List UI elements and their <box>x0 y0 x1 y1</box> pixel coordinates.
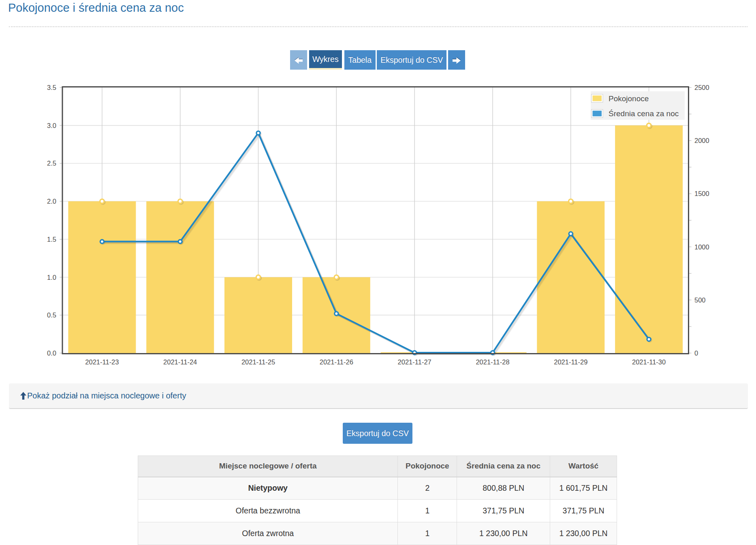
svg-text:0: 0 <box>694 349 698 357</box>
svg-text:500: 500 <box>694 296 706 304</box>
svg-text:1500: 1500 <box>694 190 709 197</box>
svg-text:2021-11-25: 2021-11-25 <box>241 358 275 366</box>
svg-text:Średnia cena za noc: Średnia cena za noc <box>609 109 679 118</box>
svg-text:2021-11-28: 2021-11-28 <box>476 358 509 366</box>
svg-text:1.0: 1.0 <box>47 274 56 281</box>
svg-text:3.0: 3.0 <box>47 122 56 129</box>
svg-text:2.0: 2.0 <box>47 198 56 205</box>
svg-text:1.5: 1.5 <box>47 236 56 243</box>
svg-text:3.5: 3.5 <box>47 84 56 91</box>
svg-text:2000: 2000 <box>694 137 709 144</box>
svg-text:0.0: 0.0 <box>47 349 56 357</box>
svg-text:2.5: 2.5 <box>47 160 56 167</box>
svg-text:2021-11-27: 2021-11-27 <box>398 358 431 366</box>
svg-text:Pokojonoce: Pokojonoce <box>609 94 649 103</box>
svg-text:2021-11-23: 2021-11-23 <box>85 358 119 366</box>
svg-text:2021-11-26: 2021-11-26 <box>320 358 353 366</box>
svg-text:2021-11-30: 2021-11-30 <box>632 358 666 366</box>
svg-text:2021-11-29: 2021-11-29 <box>554 358 587 366</box>
svg-text:1000: 1000 <box>694 243 709 251</box>
svg-text:2500: 2500 <box>694 84 709 91</box>
svg-text:0.5: 0.5 <box>47 311 56 319</box>
svg-text:2021-11-24: 2021-11-24 <box>163 358 197 366</box>
